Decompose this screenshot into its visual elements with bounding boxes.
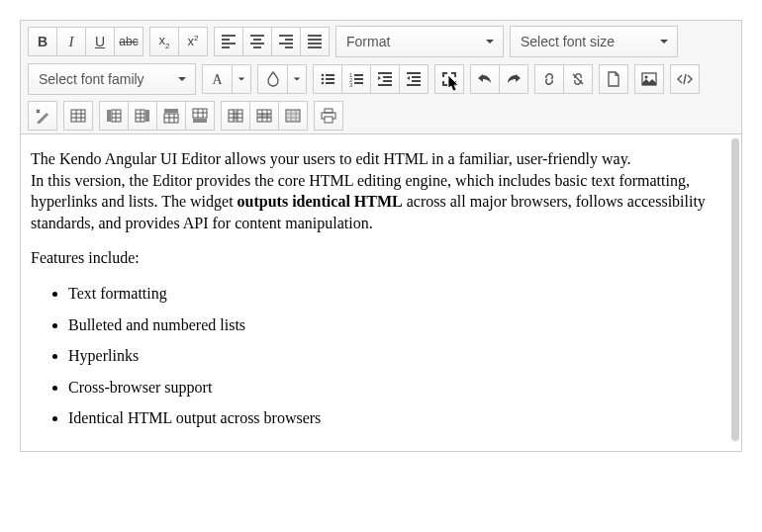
- subscript-button[interactable]: x2: [149, 27, 179, 56]
- subscript-icon: x2: [159, 33, 170, 50]
- italic-icon: I: [69, 34, 74, 50]
- delete-col-icon: [228, 108, 243, 124]
- italic-button[interactable]: I: [56, 27, 86, 56]
- add-col-right-icon: [135, 108, 150, 124]
- strikethrough-button[interactable]: abc: [114, 27, 143, 56]
- ordered-list-button[interactable]: 123: [341, 64, 371, 94]
- droplet-icon: [265, 71, 281, 87]
- chevron-down-icon: [651, 37, 677, 46]
- fullscreen-icon: [441, 71, 457, 87]
- font-color-button[interactable]: A: [202, 64, 232, 94]
- bold-icon: B: [38, 34, 48, 49]
- insert-image-button[interactable]: [634, 64, 664, 94]
- link-icon: [541, 71, 557, 87]
- svg-rect-22: [325, 109, 333, 113]
- outdent-button[interactable]: [399, 64, 429, 94]
- back-color-button[interactable]: [257, 64, 287, 94]
- unordered-list-button[interactable]: [313, 64, 342, 94]
- svg-rect-18: [234, 110, 238, 122]
- font-color-split-button[interactable]: A: [202, 64, 251, 94]
- insert-file-button[interactable]: [599, 64, 628, 94]
- list-item: Text formatting: [68, 283, 727, 305]
- add-col-left-icon: [106, 108, 122, 124]
- print-icon: [321, 108, 336, 124]
- undo-button[interactable]: [470, 64, 500, 94]
- editor-content[interactable]: The Kendo Angular UI Editor allows your …: [21, 134, 741, 451]
- fontfamily-label: Select font family: [29, 71, 169, 87]
- chevron-down-icon: [238, 75, 245, 83]
- align-justify-icon: [307, 34, 323, 49]
- outdent-icon: [406, 71, 422, 87]
- clean-format-button[interactable]: [28, 101, 57, 131]
- add-col-left-button[interactable]: [99, 101, 129, 131]
- svg-rect-24: [325, 117, 333, 123]
- add-row-above-icon: [163, 108, 179, 124]
- bold-button[interactable]: B: [28, 27, 57, 56]
- font-color-arrow[interactable]: [232, 64, 251, 94]
- rich-text-editor: B I U abc x2 x2: [20, 20, 742, 452]
- delete-table-icon: [285, 108, 301, 124]
- list-item: Hyperlinks: [68, 345, 727, 367]
- redo-button[interactable]: [499, 64, 528, 94]
- unlink-button[interactable]: [563, 64, 593, 94]
- align-left-button[interactable]: [214, 27, 243, 56]
- chevron-down-icon: [293, 75, 301, 83]
- align-justify-button[interactable]: [300, 27, 330, 56]
- chevron-down-icon: [169, 74, 195, 84]
- script-group: x2 x2: [149, 27, 208, 56]
- bullet-list-icon: [320, 71, 335, 87]
- align-right-button[interactable]: [271, 27, 301, 56]
- fontfamily-dropdown[interactable]: Select font family: [28, 63, 196, 95]
- print-button[interactable]: [314, 101, 343, 131]
- content-area-wrap: The Kendo Angular UI Editor allows your …: [21, 134, 741, 451]
- delete-row-button[interactable]: [249, 101, 279, 131]
- numbered-list-icon: 123: [348, 71, 364, 87]
- fontsize-label: Select font size: [511, 34, 651, 49]
- underline-button[interactable]: U: [85, 27, 115, 56]
- format-dropdown[interactable]: Format: [335, 26, 504, 57]
- list-item: Cross-browser support: [68, 377, 727, 399]
- align-right-icon: [278, 34, 294, 49]
- list-group: 123: [313, 64, 429, 94]
- svg-text:3: 3: [349, 82, 353, 87]
- view-html-button[interactable]: [670, 64, 700, 94]
- svg-rect-21: [286, 110, 300, 122]
- image-icon: [641, 71, 657, 87]
- feature-list: Text formatting Bulleted and numbered li…: [31, 283, 727, 429]
- add-row-above-button[interactable]: [156, 101, 186, 131]
- table-icon: [70, 108, 86, 124]
- svg-rect-8: [71, 110, 85, 122]
- scrollbar[interactable]: [731, 138, 739, 441]
- redo-icon: [506, 71, 522, 87]
- format-label: Format: [336, 34, 477, 49]
- history-group: [470, 64, 528, 94]
- insert-table-button[interactable]: [63, 101, 93, 131]
- delete-col-button[interactable]: [221, 101, 250, 131]
- superscript-button[interactable]: x2: [178, 27, 208, 56]
- align-center-button[interactable]: [242, 27, 272, 56]
- undo-icon: [477, 71, 493, 87]
- font-color-icon: A: [212, 71, 222, 88]
- content-paragraph: Features include:: [31, 247, 727, 269]
- code-icon: [677, 71, 693, 87]
- add-row-below-icon: [192, 108, 208, 124]
- file-icon: [606, 71, 621, 87]
- superscript-icon: x2: [188, 34, 199, 48]
- toolbar: B I U abc x2 x2: [21, 21, 741, 134]
- back-color-arrow[interactable]: [287, 64, 307, 94]
- clear-format-icon: [35, 108, 50, 124]
- svg-point-7: [645, 76, 648, 79]
- chevron-down-icon: [477, 37, 503, 46]
- table-delete-group: [221, 101, 308, 131]
- svg-rect-16: [193, 119, 207, 123]
- fullscreen-button[interactable]: [434, 64, 464, 94]
- back-color-split-button[interactable]: [257, 64, 307, 94]
- align-left-icon: [221, 34, 237, 49]
- add-row-below-button[interactable]: [185, 101, 215, 131]
- strikethrough-icon: abc: [119, 35, 138, 48]
- link-button[interactable]: [534, 64, 564, 94]
- add-col-right-button[interactable]: [128, 101, 157, 131]
- fontsize-dropdown[interactable]: Select font size: [510, 26, 678, 57]
- indent-button[interactable]: [370, 64, 400, 94]
- delete-table-button[interactable]: [278, 101, 308, 131]
